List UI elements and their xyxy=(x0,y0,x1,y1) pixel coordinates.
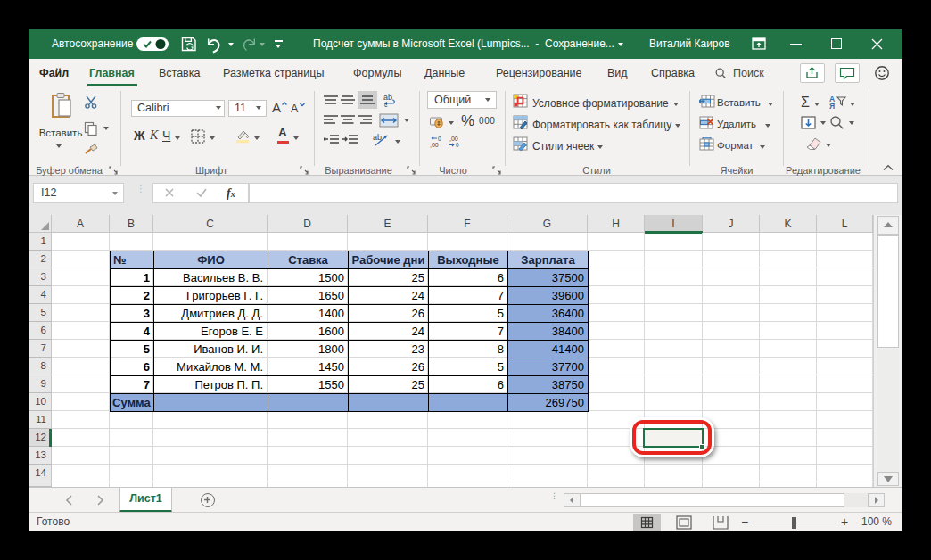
svg-text:ab: ab xyxy=(383,93,392,102)
svg-text:Я: Я xyxy=(829,102,835,109)
svg-text:,00: ,00 xyxy=(430,142,439,148)
svg-text:0: 0 xyxy=(438,136,441,142)
svg-text:A: A xyxy=(272,100,281,115)
svg-text:0: 0 xyxy=(456,142,459,148)
svg-text:,00: ,00 xyxy=(449,136,458,142)
svg-text:c: c xyxy=(384,102,388,107)
svg-text:A: A xyxy=(291,103,299,115)
